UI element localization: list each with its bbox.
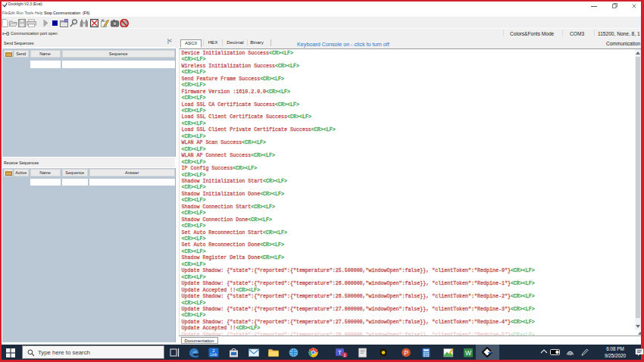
svg-text:W: W [465,349,471,357]
svg-text:Link: Link [211,353,217,357]
svg-text:T: T [338,349,342,356]
svg-text:P: P [404,349,408,357]
svg-text:1: 1 [343,353,345,357]
